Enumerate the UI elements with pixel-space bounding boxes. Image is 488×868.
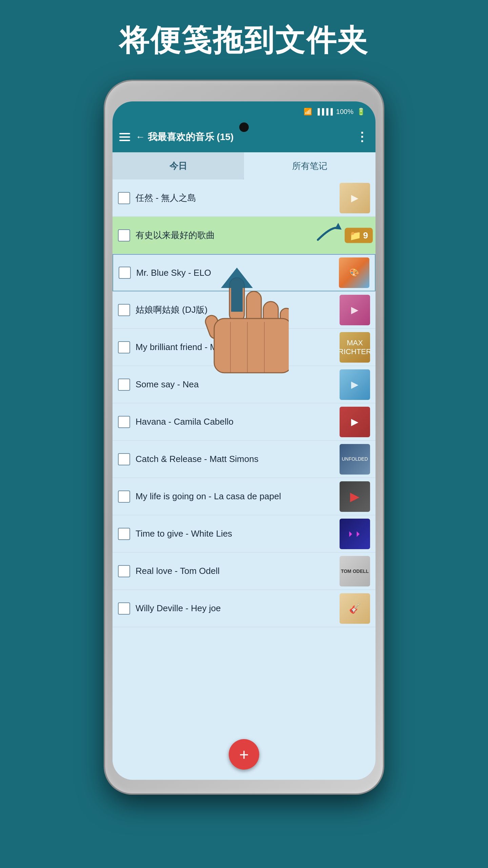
thumbnail-1: ▶ bbox=[340, 183, 370, 213]
play-icon-1: ▶ bbox=[351, 192, 359, 204]
thumbnail-4: ▶ bbox=[340, 295, 370, 325]
item-text-6: Some say - Nea bbox=[136, 379, 340, 390]
phone-mockup: 📶 ▐▐▐▐ 100% 🔋 ← 我最喜欢的音乐 (15) ⋮ 今日 所有笔记 bbox=[105, 81, 383, 793]
item-text-7: Havana - Camila Cabello bbox=[136, 417, 340, 427]
play-icon-6: ▶ bbox=[351, 379, 359, 390]
item-text-4: 姑娘啊姑娘 (DJ版) bbox=[136, 304, 340, 316]
checkbox-11[interactable] bbox=[118, 565, 130, 577]
play-icon-4: ▶ bbox=[351, 304, 359, 315]
hamburger-menu[interactable] bbox=[119, 133, 130, 141]
checkbox-9[interactable] bbox=[118, 490, 130, 503]
list-item[interactable]: Real love - Tom Odell TOM ODELL bbox=[113, 553, 375, 590]
folder-icon: 📁 bbox=[349, 230, 361, 241]
item-text-12: Willy Deville - Hey joe bbox=[136, 603, 340, 614]
item-text-1: 任然 - 無人之島 bbox=[136, 192, 340, 204]
item-text-10: Time to give - White Lies bbox=[136, 528, 340, 539]
list-item[interactable]: Time to give - White Lies ⏵⏵ bbox=[113, 515, 375, 553]
thumbnail-6: ▶ bbox=[340, 369, 370, 400]
thumbnail-7: ▶ bbox=[340, 407, 370, 437]
overflow-menu-button[interactable]: ⋮ bbox=[356, 130, 369, 144]
tab-today[interactable]: 今日 bbox=[113, 152, 244, 179]
tab-bar: 今日 所有笔记 bbox=[113, 152, 375, 179]
battery-icon: 🔋 bbox=[357, 108, 365, 116]
list-item[interactable]: My life is going on - La casa de papel ▶ bbox=[113, 478, 375, 515]
status-bar: 📶 ▐▐▐▐ 100% 🔋 bbox=[113, 101, 375, 122]
list-item[interactable]: Mr. Blue Sky - ELO 🎨 bbox=[113, 254, 375, 291]
list-item[interactable]: Willy Deville - Hey joe 🎸 bbox=[113, 590, 375, 627]
list-item[interactable]: Havana - Camila Cabello ▶ bbox=[113, 403, 375, 441]
checkbox-4[interactable] bbox=[118, 304, 130, 316]
tab-all-notes[interactable]: 所有笔记 bbox=[244, 152, 375, 179]
drag-arrow-icon bbox=[314, 219, 342, 245]
camera-notch bbox=[239, 122, 249, 132]
thumbnail-5: MAX RICHTER bbox=[340, 332, 370, 363]
battery-label: 100% bbox=[336, 108, 353, 116]
thumbnail-10: ⏵⏵ bbox=[340, 519, 370, 549]
thumbnail-9: ▶ bbox=[340, 481, 370, 512]
signal-icon: ▐▐▐▐ bbox=[316, 108, 333, 115]
checkbox-12[interactable] bbox=[118, 602, 130, 615]
status-icons: 📶 ▐▐▐▐ 100% 🔋 bbox=[304, 108, 365, 116]
item-text-11: Real love - Tom Odell bbox=[136, 566, 340, 576]
page-title: 将便笺拖到文件夹 bbox=[119, 20, 369, 61]
checkbox-6[interactable] bbox=[118, 379, 130, 391]
list-item[interactable]: 姑娘啊姑娘 (DJ版) ▶ bbox=[113, 291, 375, 329]
list-item[interactable]: 有史以来最好的歌曲 📁 9 bbox=[113, 217, 375, 254]
fab-add-button[interactable]: + bbox=[229, 739, 259, 770]
item-text-5: My brilliant friend - M bbox=[136, 342, 340, 352]
list-item[interactable]: Some say - Nea ▶ bbox=[113, 366, 375, 403]
svg-marker-0 bbox=[335, 223, 342, 230]
list-item[interactable]: My brilliant friend - M MAX RICHTER bbox=[113, 329, 375, 366]
item-text-8: Catch & Release - Matt Simons bbox=[136, 454, 340, 464]
thumbnail-3: 🎨 bbox=[339, 257, 369, 288]
list-item[interactable]: Catch & Release - Matt Simons UNFOLDED bbox=[113, 441, 375, 478]
thumbnail-11: TOM ODELL bbox=[340, 556, 370, 586]
wifi-icon: 📶 bbox=[304, 108, 312, 116]
song-list: 任然 - 無人之島 ▶ 有史以来最好的歌曲 📁 bbox=[113, 179, 375, 780]
folder-count: 9 bbox=[363, 230, 368, 240]
checkbox-3[interactable] bbox=[119, 267, 131, 279]
checkbox-10[interactable] bbox=[118, 528, 130, 540]
thumbnail-8: UNFOLDED bbox=[340, 444, 370, 475]
checkbox-5[interactable] bbox=[118, 341, 130, 353]
list-item[interactable]: 任然 - 無人之島 ▶ bbox=[113, 179, 375, 217]
checkbox-7[interactable] bbox=[118, 416, 130, 428]
phone-screen: 📶 ▐▐▐▐ 100% 🔋 ← 我最喜欢的音乐 (15) ⋮ 今日 所有笔记 bbox=[113, 101, 375, 780]
thumbnail-12: 🎸 bbox=[340, 593, 370, 624]
folder-badge: 📁 9 bbox=[345, 228, 373, 243]
header-title: ← 我最喜欢的音乐 (15) bbox=[136, 131, 350, 143]
checkbox-2[interactable] bbox=[118, 229, 130, 242]
item-text-3: Mr. Blue Sky - ELO bbox=[136, 268, 339, 278]
checkbox-1[interactable] bbox=[118, 192, 130, 204]
item-text-9: My life is going on - La casa de papel bbox=[136, 491, 340, 502]
checkbox-8[interactable] bbox=[118, 453, 130, 465]
